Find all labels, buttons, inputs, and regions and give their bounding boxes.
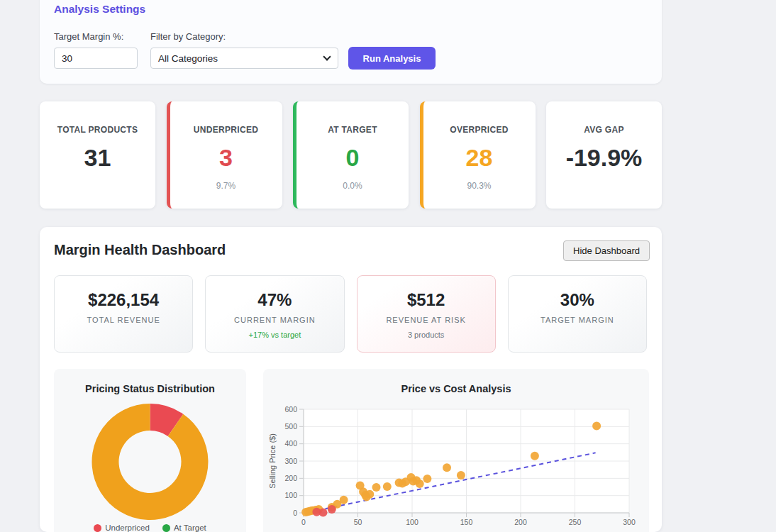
stat-value: 3 [170, 144, 282, 172]
target-margin-input[interactable] [54, 48, 138, 69]
kpi-label: REVENUE AT RISK [357, 316, 495, 324]
stat-sub: 0.0% [296, 181, 409, 191]
donut-chart-title: Pricing Status Distribution [54, 369, 246, 394]
stat-card-avg-gap: AVG GAP -19.9% [546, 101, 662, 209]
y-tick-label: 100 [284, 491, 297, 499]
scatter-point-overpriced [340, 496, 348, 504]
kpi-value: 30% [509, 290, 646, 310]
kpi-value: $512 [357, 290, 495, 310]
donut-legend: UnderpricedAt TargetOverpriced [54, 523, 246, 532]
legend-dot-icon [162, 524, 170, 532]
stat-sub [40, 181, 155, 191]
scatter-point-overpriced [443, 463, 451, 472]
analysis-settings-title: Analysis Settings [54, 3, 145, 16]
stat-sub: 90.3% [423, 181, 536, 191]
dashboard-title: Margin Health Dashboard [54, 242, 226, 258]
scatter-point-underpriced [319, 509, 328, 517]
kpi-sub: +17% vs target [206, 331, 343, 339]
x-tick-label: 0 [301, 518, 306, 526]
category-filter-select[interactable]: All Categories [150, 48, 338, 69]
analysis-settings-card: Analysis Settings Target Margin %: Filte… [40, 0, 662, 84]
target-margin-label: Target Margin %: [54, 31, 123, 42]
stat-value: -19.9% [546, 144, 662, 172]
y-tick-label: 400 [284, 439, 297, 448]
x-tick-label: 50 [354, 518, 362, 526]
category-filter-wrap: All Categories [150, 48, 338, 69]
legend-dot-icon [94, 524, 101, 532]
scatter-point-underpriced [328, 505, 336, 514]
y-tick-label: 500 [284, 422, 297, 431]
kpi-sub [55, 331, 192, 339]
kpi-sub [509, 331, 646, 339]
kpi-card-target-margin: 30% TARGET MARGIN [508, 275, 647, 353]
stat-label: UNDERPRICED [170, 125, 282, 135]
scatter-point-overpriced [531, 452, 539, 460]
pricing-status-donut-chart [54, 397, 246, 523]
stat-value: 0 [296, 144, 409, 172]
pricing-status-chart-panel: Pricing Status Distribution UnderpricedA… [54, 369, 246, 532]
donut-slice-overpriced [92, 404, 208, 520]
x-tick-label: 150 [460, 518, 473, 526]
stat-label: OVERPRICED [423, 125, 536, 135]
price-vs-cost-chart-panel: Price vs Cost Analysis 01002003004005006… [263, 369, 649, 532]
y-tick-label: 200 [284, 474, 297, 482]
scatter-point-overpriced [457, 471, 465, 480]
stat-card-total-products: TOTAL PRODUCTS 31 [40, 101, 155, 209]
stat-value: 28 [423, 144, 536, 172]
kpi-label: TOTAL REVENUE [55, 316, 192, 324]
pricing-dashboard-page: { "settings": { "title": "Analysis Setti… [0, 0, 776, 532]
legend-item-underpriced[interactable]: Underpriced [94, 523, 150, 532]
scatter-point-overpriced [383, 482, 392, 491]
stat-sub: 9.7% [170, 181, 282, 191]
price-vs-cost-scatter-chart: 0100200300400500600050100150200250300Sel… [263, 369, 649, 532]
margin-health-dashboard-card: Margin Health Dashboard Hide Dashboard $… [40, 227, 662, 532]
kpi-label: TARGET MARGIN [509, 316, 646, 324]
kpi-card-total-revenue: $226,154 TOTAL REVENUE [54, 275, 193, 353]
kpi-value: $226,154 [55, 290, 192, 310]
legend-item-at-target[interactable]: At Target [162, 523, 206, 532]
y-tick-label: 300 [284, 457, 297, 465]
stat-label: AT TARGET [296, 125, 409, 135]
x-tick-label: 100 [406, 518, 419, 526]
stat-label: TOTAL PRODUCTS [40, 125, 155, 135]
stat-sub [546, 181, 662, 191]
category-filter-label: Filter by Category: [150, 31, 226, 42]
hide-dashboard-button[interactable]: Hide Dashboard [563, 240, 650, 261]
y-tick-label: 0 [293, 509, 297, 517]
kpi-value: 47% [206, 290, 343, 310]
stat-card-underpriced: UNDERPRICED 3 9.7% [167, 101, 282, 209]
stat-card-overpriced: OVERPRICED 28 90.3% [420, 101, 536, 209]
scatter-point-overpriced [372, 483, 381, 492]
scatter-point-overpriced [592, 422, 601, 431]
x-tick-label: 200 [514, 518, 527, 526]
legend-label: At Target [174, 523, 206, 532]
legend-label: Underpriced [105, 523, 150, 532]
scatter-point-overpriced [423, 475, 431, 483]
stat-label: AVG GAP [546, 125, 662, 135]
kpi-card-current-margin: 47% CURRENT MARGIN +17% vs target [205, 275, 344, 353]
stat-card-at-target: AT TARGET 0 0.0% [293, 101, 409, 209]
kpi-row: $226,154 TOTAL REVENUE 47% CURRENT MARGI… [54, 275, 647, 353]
scatter-point-overpriced [365, 490, 374, 499]
x-tick-label: 300 [623, 518, 636, 526]
kpi-sub: 3 products [357, 331, 495, 339]
kpi-label: CURRENT MARGIN [206, 316, 343, 324]
y-axis-title: Selling Price ($) [268, 433, 277, 489]
legend-row: UnderpricedAt Target [94, 523, 206, 532]
kpi-card-revenue-at-risk: $512 REVENUE AT RISK 3 products [357, 275, 496, 353]
scatter-point-overpriced [416, 480, 424, 488]
y-tick-label: 600 [284, 405, 297, 414]
stat-value: 31 [40, 144, 155, 172]
run-analysis-button[interactable]: Run Analysis [348, 47, 436, 70]
x-tick-label: 250 [569, 518, 582, 526]
stats-row: TOTAL PRODUCTS 31 UNDERPRICED 3 9.7% AT … [40, 101, 662, 209]
